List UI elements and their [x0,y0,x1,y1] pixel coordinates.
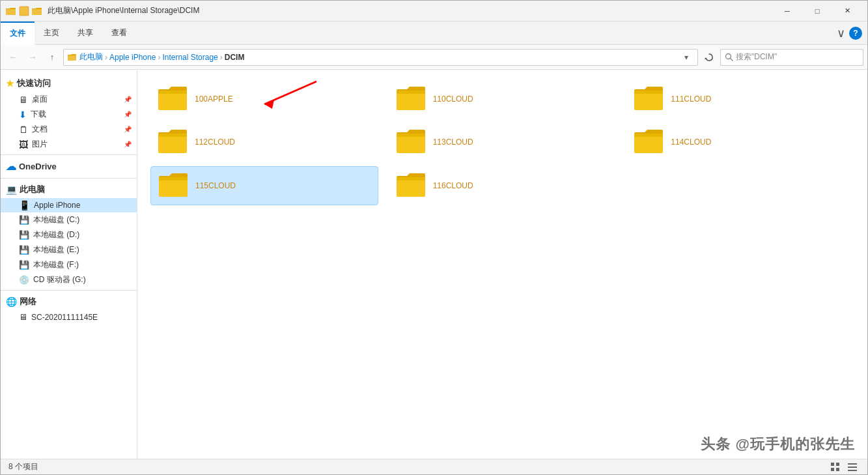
sidebar-item-drive-e[interactable]: 💾 本地磁盘 (E:) [1,242,137,257]
folder-svg [158,172,189,199]
sidebar-item-drive-g[interactable]: 💿 CD 驱动器 (G:) [1,272,137,287]
folder-item-100apple[interactable]: 100APPLE [150,80,378,118]
this-pc-header[interactable]: 💻 此电脑 [1,181,137,198]
breadcrumb: 此电脑 › Apple iPhone › Internal Storage › … [79,51,677,63]
folder-icon [395,128,427,156]
up-button[interactable]: ↑ [44,49,61,66]
address-box[interactable]: 此电脑 › Apple iPhone › Internal Storage › … [63,49,698,66]
document-icon: 🗒 [19,124,28,135]
sidebar-item-drive-c[interactable]: 💾 本地磁盘 (C:) [1,212,137,227]
folder-label: 100APPLE [195,94,233,104]
back-button[interactable]: ← [5,49,21,66]
svg-rect-26 [836,463,839,466]
folder-item-112cloud[interactable]: 112CLOUD [150,123,378,161]
network-icon: 🌐 [6,296,17,307]
status-bar: 8 个项目 [1,459,867,474]
folder-item-110cloud[interactable]: 110CLOUD [389,80,617,118]
folder-item-113cloud[interactable]: 113CLOUD [389,123,617,161]
view-large-icons-button[interactable] [828,460,843,474]
folder-icon [395,85,427,113]
refresh-button[interactable] [701,49,718,66]
tab-home[interactable]: 主页 [35,22,68,45]
sidebar-item-network-sc[interactable]: 🖥 SC-20201111145E [1,310,137,324]
folder-label: 116CLOUD [433,181,473,190]
folder-icon [157,128,188,156]
onedrive-header[interactable]: ☁ OneDrive [1,158,137,175]
folder-item-116cloud[interactable]: 116CLOUD [389,166,617,205]
sidebar-item-drive-f[interactable]: 💾 本地磁盘 (F:) [1,257,137,272]
svg-rect-18 [397,134,425,137]
cd-icon: 💿 [19,275,29,285]
svg-rect-3 [68,55,76,61]
drive-icon-e: 💾 [19,245,29,255]
svg-rect-10 [158,91,187,94]
svg-rect-28 [836,468,839,471]
main-area: ★ 快速访问 🖥 桌面 📌 ⬇ 下载 📌 🗒 文档 📌 🖼 图片 � [1,70,867,459]
sidebar: ★ 快速访问 🖥 桌面 📌 ⬇ 下载 📌 🗒 文档 📌 🖼 图片 � [1,70,137,459]
drive-icon-f: 💾 [19,260,29,270]
maximize-button[interactable]: □ [802,1,832,22]
folder-label: 111CLOUD [671,94,711,104]
svg-rect-25 [831,463,834,466]
title-bar-path: 此电脑\Apple iPhone\Internal Storage\DCIM [48,5,772,16]
search-icon [725,53,733,61]
breadcrumb-storage[interactable]: Internal Storage [162,53,217,62]
status-right [828,460,860,474]
breadcrumb-dcim[interactable]: DCIM [225,53,245,62]
desktop-icon: 🖥 [19,94,28,105]
folder-address-icon [68,53,77,62]
svg-rect-31 [848,470,857,471]
network-header[interactable]: 🌐 网络 [1,293,137,310]
help-button[interactable]: ? [849,27,862,40]
image-icon: 🖼 [19,139,28,150]
onedrive-icon: ☁ [6,160,16,173]
sidebar-item-drive-d[interactable]: 💾 本地磁盘 (D:) [1,227,137,242]
large-icons-icon [830,462,841,472]
sidebar-divider-1 [1,154,137,155]
svg-rect-0 [6,8,16,15]
window-folder-icon [6,6,16,16]
search-box[interactable]: 搜索"DCIM" [720,49,863,66]
address-bar-row: ← → ↑ 此电脑 › Apple iPhone › Internal Stor… [1,45,867,70]
svg-rect-30 [848,467,857,468]
folder-svg [395,85,427,113]
folder-svg [157,85,188,113]
search-placeholder: 搜索"DCIM" [736,51,777,63]
sidebar-item-desktop[interactable]: 🖥 桌面 📌 [1,92,137,107]
tab-share[interactable]: 共享 [68,22,102,45]
folder-item-111cloud[interactable]: 111CLOUD [626,80,854,118]
breadcrumb-iphone[interactable]: Apple iPhone [109,53,156,62]
svg-line-6 [731,59,733,61]
file-explorer-window: 此电脑\Apple iPhone\Internal Storage\DCIM ─… [0,0,868,475]
breadcrumb-thispc[interactable]: 此电脑 [79,51,103,63]
network-pc-icon: 🖥 [19,312,27,322]
title-bar-controls: ─ □ ✕ [772,1,862,22]
content-area: 100APPLE 110CLOUD 111CLOUD 112CLOUD 113C… [137,70,867,459]
quick-access-header: ★ 快速访问 [1,75,137,92]
sidebar-item-documents[interactable]: 🗒 文档 📌 [1,122,137,137]
svg-rect-29 [848,463,857,465]
sidebar-item-pictures[interactable]: 🖼 图片 📌 [1,137,137,152]
item-count: 8 个项目 [8,461,38,472]
svg-rect-1 [20,7,29,16]
minimize-button[interactable]: ─ [772,1,802,22]
folder-svg [395,172,427,199]
tab-view[interactable]: 查看 [102,22,136,45]
forward-button[interactable]: → [24,49,41,66]
folder-svg [633,128,664,156]
svg-marker-4 [705,57,707,59]
view-details-button[interactable] [845,460,860,474]
sidebar-item-downloads[interactable]: ⬇ 下载 📌 [1,107,137,122]
refresh-icon [705,53,714,62]
folder-item-115cloud[interactable]: 115CLOUD [150,166,378,205]
address-dropdown-button[interactable]: ▾ [679,50,693,65]
window-folder2-icon [32,6,42,16]
folder-item-114cloud[interactable]: 114CLOUD [626,123,854,161]
ribbon-collapse-button[interactable]: ∨ [837,26,845,40]
folder-label: 114CLOUD [671,137,711,147]
close-button[interactable]: ✕ [832,1,862,22]
details-icon [847,462,858,472]
sidebar-item-apple-iphone[interactable]: 📱 Apple iPhone [1,198,137,212]
tab-file[interactable]: 文件 [1,22,35,45]
computer-icon: 💻 [6,184,17,195]
